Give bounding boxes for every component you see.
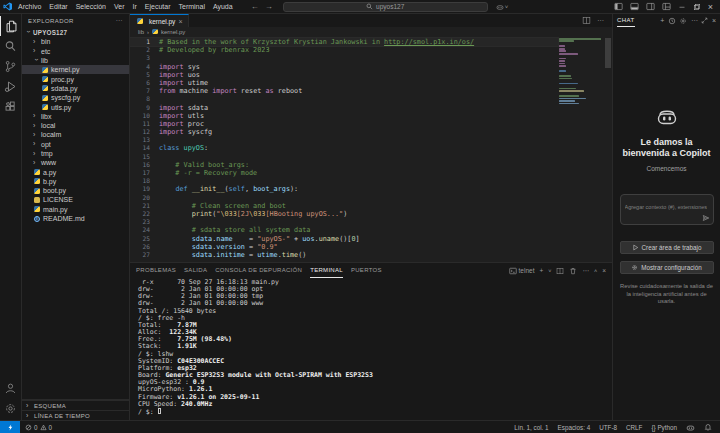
code-line[interactable]: 17 # -r = Recovery mode xyxy=(130,169,558,177)
minimap[interactable] xyxy=(559,38,603,105)
tree-item-tmp[interactable]: ›tmp xyxy=(22,149,129,158)
search-sidebar-icon[interactable] xyxy=(0,36,22,56)
tree-item-lib[interactable]: ›lib xyxy=(22,56,129,65)
breadcrumb-folder[interactable]: lib xyxy=(138,29,144,35)
tree-item-boot.py[interactable]: boot.py xyxy=(22,186,129,195)
code-line[interactable]: 27 sdata.initime = utime.time() xyxy=(130,251,558,259)
kill-terminal-icon[interactable] xyxy=(569,267,577,275)
toggle-panel-icon[interactable] xyxy=(630,2,639,11)
tree-item-kernel.py[interactable]: kernel.py xyxy=(22,65,129,74)
close-chat-icon[interactable]: × xyxy=(712,17,716,24)
code-line[interactable]: 6import utime xyxy=(130,79,558,87)
panel-tab-terminal[interactable]: TERMINAL xyxy=(310,263,343,278)
code-line[interactable]: 10import utls xyxy=(130,112,558,120)
chat-input[interactable] xyxy=(621,201,709,210)
menu-editar[interactable]: Editar xyxy=(45,3,71,10)
terminal-dropdown-icon[interactable]: ˅ xyxy=(548,268,551,274)
source-control-icon[interactable] xyxy=(0,56,22,76)
maximize-panel-icon[interactable]: ˄ xyxy=(594,268,597,274)
code-line[interactable]: 12import syscfg xyxy=(130,128,558,136)
status-item-crlf[interactable]: CRLF xyxy=(626,424,642,431)
tree-item-main.py[interactable]: main.py xyxy=(22,205,129,214)
tree-item-license[interactable]: LICENSE xyxy=(22,195,129,204)
code-line[interactable]: 25 sdata.name = "upyOS-" + uos.uname()[0… xyxy=(130,235,558,243)
tree-item-a.py[interactable]: a.py xyxy=(22,167,129,176)
status-item-l-n-1-col-1[interactable]: Lín. 1, col. 1 xyxy=(514,424,548,431)
code-line[interactable]: 23 xyxy=(130,218,558,226)
account-icon[interactable] xyxy=(0,378,22,398)
menu-selección[interactable]: Selección xyxy=(72,3,110,10)
tree-item-syscfg.py[interactable]: syscfg.py xyxy=(22,93,129,102)
remote-indicator[interactable] xyxy=(0,421,20,433)
menu-ver[interactable]: Ver xyxy=(110,3,129,10)
command-center-search[interactable]: upyos127 xyxy=(283,2,488,12)
run-debug-icon[interactable] xyxy=(0,76,22,96)
send-icon[interactable] xyxy=(702,214,710,222)
menu-terminal[interactable]: Terminal xyxy=(174,3,208,10)
status-item-utf-8[interactable]: UTF-8 xyxy=(599,424,617,431)
code-line[interactable]: 14class upyOS: xyxy=(130,144,558,152)
code-line[interactable]: 20 xyxy=(130,194,558,202)
code-line[interactable]: 15 xyxy=(130,153,558,161)
tab-chat[interactable]: CHAT xyxy=(617,14,635,27)
show-configuration-button[interactable]: Mostrar configuración xyxy=(620,261,714,274)
extensions-icon[interactable] xyxy=(0,96,22,116)
editor-scrollbar[interactable] xyxy=(605,38,611,68)
tree-item-bin[interactable]: ›bin xyxy=(22,37,129,46)
panel-tab-consola-de-depuración[interactable]: CONSOLA DE DEPURACIÓN xyxy=(215,263,302,278)
open-chat-in-editor-icon[interactable] xyxy=(701,17,708,24)
tree-item-upyos127[interactable]: ›UPYOS127 xyxy=(22,28,129,37)
create-workspace-button[interactable]: Crear área de trabajo xyxy=(620,241,714,254)
menu-ir[interactable]: Ir xyxy=(129,3,141,10)
chat-more-actions-icon[interactable]: ⋯ xyxy=(691,17,698,25)
code-line[interactable]: 1# Based in the work of Krzysztof Krysti… xyxy=(130,38,558,46)
explorer-more-actions-icon[interactable]: ⋯ xyxy=(116,17,123,25)
split-editor-icon[interactable] xyxy=(582,16,591,25)
copilot-title-menu[interactable]: ˅ xyxy=(496,3,509,11)
problems-status[interactable]: 0 0 xyxy=(25,424,52,431)
code-line[interactable]: 8 xyxy=(130,95,558,103)
minimize-icon[interactable] xyxy=(678,3,686,11)
notifications-bell-icon[interactable] xyxy=(704,423,712,431)
code-line[interactable]: 5import uos xyxy=(130,71,558,79)
menu-ayuda[interactable]: Ayuda xyxy=(209,3,237,10)
tree-item-www[interactable]: ›www xyxy=(22,158,129,167)
code-line[interactable]: 18 xyxy=(130,177,558,185)
forward-button[interactable]: → xyxy=(265,2,273,11)
toggle-sidebar-icon[interactable] xyxy=(614,2,623,11)
toggle-secondary-sidebar-icon[interactable] xyxy=(646,2,655,11)
chat-history-icon[interactable] xyxy=(668,17,676,25)
new-terminal-icon[interactable]: + xyxy=(539,267,543,274)
tree-item-b.py[interactable]: b.py xyxy=(22,177,129,186)
tree-item-libx[interactable]: ›libx xyxy=(22,112,129,121)
tree-item-local[interactable]: ›local xyxy=(22,121,129,130)
menu-ejecutar[interactable]: Ejecutar xyxy=(141,3,175,10)
panel-tab-problemas[interactable]: PROBLEMAS xyxy=(136,263,176,278)
code-line[interactable]: 9import sdata xyxy=(130,104,558,112)
terminal-output[interactable]: r-x 70 Sep 27 16:18:13 main.pydrw- 2 Jan… xyxy=(130,278,612,420)
code-line[interactable]: 16 # Valid boot_args: xyxy=(130,161,558,169)
breadcrumb[interactable]: lib › kernel.py xyxy=(130,27,612,36)
tree-item-etc[interactable]: ›etc xyxy=(22,47,129,56)
close-window-icon[interactable]: × xyxy=(708,2,713,12)
terminal-instance-telnet[interactable]: telnet xyxy=(509,267,535,275)
code-line[interactable]: 3 xyxy=(130,54,558,62)
tree-item-proc.py[interactable]: proc.py xyxy=(22,74,129,83)
code-line[interactable]: 26 sdata.version = "0.9" xyxy=(130,243,558,251)
menu-archivo[interactable]: Archivo xyxy=(14,3,45,10)
restore-icon[interactable] xyxy=(693,3,701,11)
chat-input-box[interactable] xyxy=(620,194,714,225)
editor-more-actions-icon[interactable]: ⋯ xyxy=(597,17,604,25)
explorer-icon[interactable] xyxy=(0,16,22,36)
code-line[interactable]: 24 # sdata store all system data xyxy=(130,226,558,234)
tree-item-localm[interactable]: ›localm xyxy=(22,130,129,139)
tree-item-sdata.py[interactable]: sdata.py xyxy=(22,84,129,93)
split-terminal-icon[interactable] xyxy=(556,267,564,275)
code-line[interactable]: 19 def __init__(self, boot_args): xyxy=(130,185,558,193)
breadcrumb-file[interactable]: kernel.py xyxy=(161,29,185,35)
outline-section[interactable]: › ESQUEMA xyxy=(22,400,129,410)
code-line[interactable]: 2# Developed by rbenrax 2023 xyxy=(130,46,558,54)
close-panel-icon[interactable]: × xyxy=(602,267,606,274)
customize-layout-icon[interactable] xyxy=(662,2,671,11)
code-line[interactable]: 11import proc xyxy=(130,120,558,128)
